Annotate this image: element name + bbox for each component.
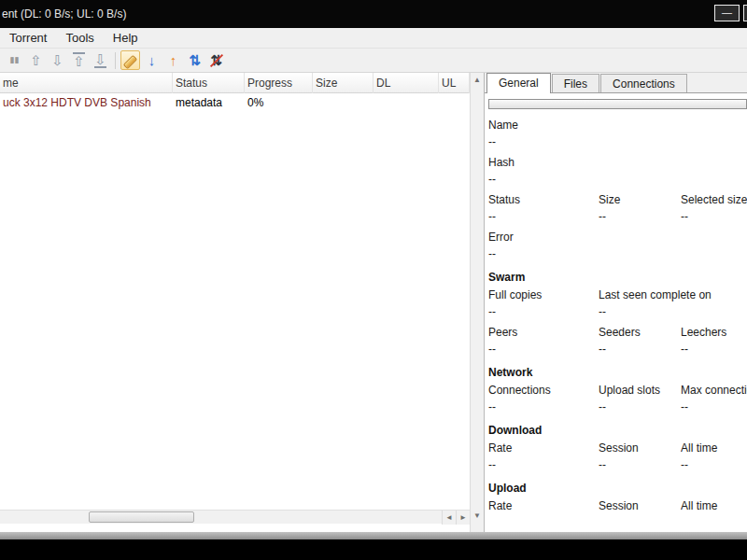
field-value: -- xyxy=(488,303,599,320)
no-connection-icon: ⇅ xyxy=(210,53,222,67)
field-value xyxy=(488,514,599,531)
scroll-left-icon[interactable]: ◄ xyxy=(442,511,456,525)
details-panel: GeneralFilesConnections Name--Hash--Stat… xyxy=(484,73,747,532)
field-label: All time xyxy=(681,440,747,456)
field-label: Error xyxy=(488,229,747,245)
field-value: -- xyxy=(488,133,747,150)
field-value: -- xyxy=(488,208,599,225)
field-label: Rate xyxy=(488,440,599,456)
scroll-up-icon[interactable]: ▲ xyxy=(471,74,484,87)
field-label: Max connectio xyxy=(681,382,747,399)
field-value: -- xyxy=(681,399,747,415)
swap-arrows-icon: ⇅ xyxy=(189,53,201,67)
field-label: Session xyxy=(599,440,681,456)
tab-files[interactable]: Files xyxy=(552,74,599,92)
list-header: meStatusProgressSizeDLUL xyxy=(0,73,470,93)
column-header-dl[interactable]: DL xyxy=(374,73,439,93)
scroll-right-icon[interactable]: ► xyxy=(456,511,470,525)
field-label: Hash xyxy=(488,154,747,171)
field-value: -- xyxy=(599,208,681,225)
main-area: meStatusProgressSizeDLUL uck 3x12 HDTV D… xyxy=(0,73,747,532)
field-value: -- xyxy=(488,245,747,262)
pause-button[interactable]: ▮▮ xyxy=(5,50,24,70)
column-header-progress[interactable]: Progress xyxy=(245,73,313,93)
field-value: -- xyxy=(681,208,747,225)
list-body: uck 3x12 HDTV DVB Spanishmetadata0% xyxy=(0,93,470,112)
field-value: -- xyxy=(681,456,747,473)
download-limit-button[interactable]: ↓ xyxy=(142,50,162,70)
screen: { "window": { "title": "ent (DL: 0 B/s; … xyxy=(0,0,747,560)
arrow-to-top-icon: ⇧ xyxy=(73,52,85,68)
title-bar[interactable]: ent (DL: 0 B/s; UL: 0 B/s) — xyxy=(0,0,747,28)
detail-row: Full copies--Last seen complete on-- xyxy=(488,287,747,320)
vertical-scrollbar[interactable]: ▲ ▼ xyxy=(470,73,484,532)
minimize-button[interactable]: — xyxy=(714,5,740,21)
upload-limit-button[interactable]: ↑ xyxy=(163,50,183,70)
column-header-status[interactable]: Status xyxy=(173,73,245,93)
field-label: All time xyxy=(681,497,747,514)
menu-item-torrent[interactable]: Torrent xyxy=(0,28,56,48)
field-label: Selected size xyxy=(681,191,747,208)
column-header-size[interactable]: Size xyxy=(313,73,374,93)
torrent-progress-bar xyxy=(488,99,747,109)
details-tabs: GeneralFilesConnections xyxy=(485,73,747,93)
transfer-button[interactable]: ⇅ xyxy=(185,50,204,70)
section-title-swarm: Swarm xyxy=(488,271,747,284)
scrollbar-thumb[interactable] xyxy=(89,511,194,523)
detail-row: Hash-- xyxy=(488,154,747,188)
torrent-progress: 0% xyxy=(245,96,313,109)
field-label: Rate xyxy=(488,497,599,514)
column-header-ul[interactable]: UL xyxy=(439,73,470,93)
menu-bar: TorrentToolsHelp xyxy=(0,28,747,49)
pause-icon: ▮▮ xyxy=(10,56,20,64)
torrent-status: metadata xyxy=(173,96,245,109)
general-content: Name--Hash--Status--Size--Selected size-… xyxy=(488,117,747,531)
move-top-button[interactable]: ⇧ xyxy=(69,50,89,70)
torrent-row[interactable]: uck 3x12 HDTV DVB Spanishmetadata0% xyxy=(0,93,470,112)
field-value: -- xyxy=(681,341,747,357)
field-value: -- xyxy=(488,399,599,415)
field-value: -- xyxy=(488,171,747,188)
detail-row: Status--Size--Selected size-- xyxy=(488,191,747,225)
wrench-icon xyxy=(123,53,138,68)
torrent-name: uck 3x12 HDTV DVB Spanish xyxy=(0,96,173,109)
field-value: -- xyxy=(599,399,681,415)
menu-item-tools[interactable]: Tools xyxy=(56,28,103,48)
download-arrow-icon: ↓ xyxy=(148,53,156,67)
move-down-button[interactable]: ⇩ xyxy=(48,50,67,70)
field-value: -- xyxy=(599,456,681,473)
arrow-to-bottom-icon: ⇩ xyxy=(94,52,106,68)
field-label: Session xyxy=(599,497,681,514)
window-title: ent (DL: 0 B/s; UL: 0 B/s) xyxy=(2,7,126,21)
torrent-list-pane: meStatusProgressSizeDLUL uck 3x12 HDTV D… xyxy=(0,73,470,532)
window-button-partial[interactable] xyxy=(743,5,747,21)
field-label: Seeders xyxy=(599,324,681,341)
wrench-button[interactable] xyxy=(120,50,140,70)
detail-row: Name-- xyxy=(488,117,747,150)
field-value: -- xyxy=(599,341,681,357)
move-up-button[interactable]: ⇧ xyxy=(26,50,46,70)
section-title-upload: Upload xyxy=(488,482,747,495)
horizontal-scrollbar[interactable]: ◄ ► xyxy=(0,510,470,524)
window-bottom-edge xyxy=(0,532,747,539)
column-header-name[interactable]: me xyxy=(0,73,173,93)
field-value xyxy=(681,514,747,531)
field-label: Leechers xyxy=(681,324,747,341)
tab-connections[interactable]: Connections xyxy=(600,74,687,92)
toolbar-separator xyxy=(115,52,116,69)
field-value: -- xyxy=(488,341,599,357)
detail-row: Rate--Session--All time-- xyxy=(488,440,747,473)
general-tab-content: Name--Hash--Status--Size--Selected size-… xyxy=(485,99,747,531)
menu-item-help[interactable]: Help xyxy=(104,28,148,48)
detail-row: Peers--Seeders--Leechers-- xyxy=(488,324,747,357)
field-label: Full copies xyxy=(488,287,599,303)
scroll-down-icon[interactable]: ▼ xyxy=(471,510,484,523)
field-label: Last seen complete on xyxy=(599,287,747,303)
move-bottom-button[interactable]: ⇩ xyxy=(91,50,110,70)
arrow-up-icon: ⇧ xyxy=(30,53,42,67)
field-label: Connections xyxy=(488,382,599,399)
disconnect-button[interactable]: ⇅ xyxy=(206,50,226,70)
detail-row: Error-- xyxy=(488,229,747,262)
detail-row: RateSessionAll time xyxy=(488,497,747,531)
tab-general[interactable]: General xyxy=(486,73,551,93)
